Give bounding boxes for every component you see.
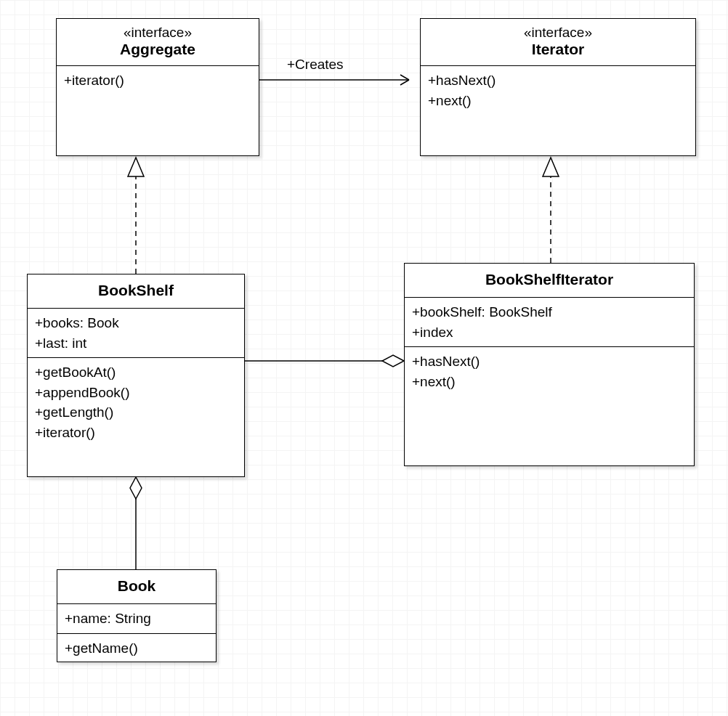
class-aggregate: «interface» Aggregate +iterator()	[56, 18, 259, 156]
method: +next()	[412, 372, 687, 392]
connector-aggregate-creates-iterator	[259, 75, 409, 85]
method: +iterator()	[64, 70, 251, 91]
class-bookshelf: BookShelf +books: Book +last: int +getBo…	[27, 274, 245, 477]
method: +getLength()	[35, 402, 237, 423]
svg-marker-2	[128, 158, 144, 176]
connector-bookshelfiterator-aggregates-bookshelf	[245, 355, 404, 367]
connector-bookshelf-aggregates-book	[130, 477, 142, 569]
class-name: Aggregate	[64, 41, 251, 58]
attribute: +books: Book	[35, 313, 237, 333]
connector-bookshelf-realizes-aggregate	[128, 158, 144, 274]
relationship-label-creates: +Creates	[287, 57, 344, 73]
method: +hasNext()	[428, 70, 688, 91]
method: +next()	[428, 91, 688, 111]
class-name: BookShelf	[35, 280, 237, 301]
class-book: Book +name: String +getName()	[57, 569, 217, 662]
connector-bookshelfiterator-realizes-iterator	[543, 158, 559, 263]
class-name: Iterator	[428, 41, 688, 58]
svg-marker-4	[543, 158, 559, 176]
class-name: Book	[65, 576, 209, 596]
attribute: +last: int	[35, 333, 237, 354]
method: +hasNext()	[412, 351, 687, 372]
stereotype: «interface»	[64, 25, 251, 41]
class-bookshelfiterator: BookShelfIterator +bookShelf: BookShelf …	[404, 263, 695, 466]
attribute: +name: String	[65, 609, 209, 629]
attribute: +index	[412, 322, 687, 343]
stereotype: «interface»	[428, 25, 688, 41]
class-name: BookShelfIterator	[412, 269, 687, 290]
attribute: +bookShelf: BookShelf	[412, 302, 687, 322]
svg-marker-8	[130, 477, 142, 499]
method: +getName()	[65, 638, 209, 659]
method: +getBookAt()	[35, 362, 237, 383]
class-iterator: «interface» Iterator +hasNext() +next()	[420, 18, 696, 156]
svg-marker-6	[382, 355, 404, 367]
method: +appendBook()	[35, 383, 237, 403]
method: +iterator()	[35, 423, 237, 443]
